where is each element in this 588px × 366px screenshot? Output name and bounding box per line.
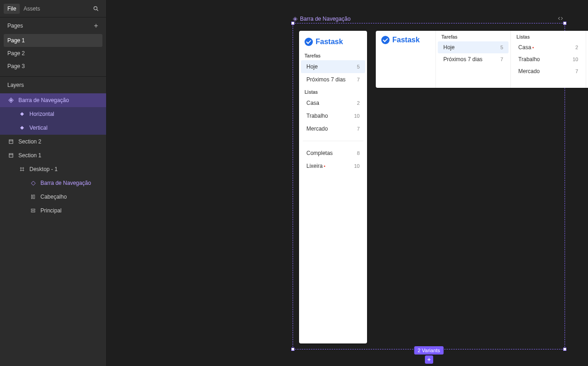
svg-rect-6 [20,112,24,116]
col-listas: Listas Casa 2 Trabalho 10 Mercado 7 [510,31,585,88]
nav-item-count: 5 [357,64,360,69]
component-set-icon [293,17,298,22]
resize-handle-tl[interactable] [291,22,294,25]
layer-component-set[interactable]: Barra de Navegação [0,93,106,107]
group-icon [29,207,37,214]
badge-dot-icon [532,47,534,48]
brand-name: Fastask [392,36,420,44]
nav-item-count: 5 [500,45,503,50]
nav-item-label: Completas [306,150,333,156]
add-page-icon[interactable] [91,21,101,30]
nav-item-count: 10 [354,113,360,119]
nav-item-trabalho[interactable]: Trabalho 10 [301,109,365,122]
pages-list: Page 1 Page 2 Page 3 [0,34,106,77]
page-row[interactable]: Page 3 [4,60,102,73]
layer-main[interactable]: Principal [0,204,106,217]
resize-handle-tr[interactable] [563,22,566,25]
layer-label: Section 1 [18,152,41,159]
nav-item-label: Próximos 7 dias [443,56,482,63]
dev-mode-icon[interactable] [557,16,564,21]
nav-item-trabalho[interactable]: Trabalho 10 [513,53,583,65]
variant-horizontal-frame[interactable]: Fastask Tarefas Hoje 5 Próximos 7 dias 7… [376,31,588,88]
brand-check-icon [381,36,390,44]
group-title-listas: Listas [299,86,367,97]
nav-item-count: 7 [357,126,360,132]
page-row[interactable]: Page 2 [4,47,102,60]
layers-panel: Layers Barra de Navegação Horizontal Ver… [0,77,106,366]
layer-instance-nav[interactable]: Barra de Navegação [0,176,106,190]
variants-count-pill[interactable]: 2 Variants [414,346,444,355]
nav-item-mercado[interactable]: Mercado 7 [513,65,583,77]
brand-check-icon [305,38,313,46]
nav-item-label: Hoje [443,44,455,51]
svg-rect-18 [34,195,35,199]
section-icon [7,138,15,145]
pages-label: Pages [7,23,23,29]
variant-icon [18,124,26,132]
page-row[interactable]: Page 1 [4,34,102,47]
layer-label: Barra de Navegação [40,180,91,186]
svg-rect-19 [31,209,35,211]
nav-item-label: Mercado [518,68,540,74]
brand-name: Fastask [316,38,343,46]
svg-rect-10 [9,154,13,157]
layer-label: Principal [40,207,62,214]
layer-variant-horizontal[interactable]: Horizontal [0,107,106,121]
divider [303,141,363,141]
left-panel: File Assets Pages Page 1 Page 2 Page 3 L… [0,0,107,366]
brand: Fastask [376,34,435,48]
svg-rect-20 [31,211,35,212]
nav-item-label: Lixeira [306,163,325,169]
tab-file[interactable]: File [4,4,20,14]
layers-header: Layers [0,77,106,93]
nav-item-prox7[interactable]: Próximos 7 dias 7 [438,53,509,65]
nav-item-casa[interactable]: Casa 2 [301,97,365,109]
nav-item-completas[interactable]: Completas 8 [301,147,365,160]
nav-item-count: 2 [576,45,578,50]
add-variant-button[interactable] [425,355,433,364]
col-tarefas: Tarefas Hoje 5 Próximos 7 dias 7 [435,31,510,88]
selection-frame[interactable]: Fastask Tarefas Hoje 5 Próximos 7 dias 7… [293,23,565,349]
panel-tabs: File Assets [0,0,106,17]
layer-section-2[interactable]: Section 2 [0,135,106,149]
search-icon[interactable] [90,2,102,15]
svg-rect-22 [294,18,296,20]
svg-rect-5 [10,99,12,101]
variant-icon [18,110,26,118]
brand: Fastask [299,35,367,50]
layer-label: Section 2 [18,138,41,145]
nav-item-prox7[interactable]: Próximos 7 dias 7 [301,73,365,86]
nav-item-count: 7 [576,69,578,74]
layer-section-1[interactable]: Section 1 [0,149,106,162]
nav-item-hoje[interactable]: Hoje 5 [438,41,509,53]
nav-item-count: 8 [357,150,360,156]
nav-item-label: Hoje [306,63,318,70]
nav-item-lixeira[interactable]: Lixeira 10 [301,160,365,172]
col-extras: Completas 8 Lixeira 10 [586,31,588,88]
layers-label: Layers [7,82,24,88]
pages-header: Pages [0,17,106,34]
group-icon [29,193,37,200]
tab-assets[interactable]: Assets [20,4,44,14]
nav-item-mercado[interactable]: Mercado 7 [301,122,365,135]
nav-item-count: 10 [572,57,578,62]
layer-header[interactable]: Cabeçalho [0,190,106,204]
layer-frame-desktop[interactable]: Desktop - 1 [0,162,106,176]
nav-item-label: Mercado [306,126,328,132]
nav-item-label: Casa [518,44,534,51]
nav-item-casa[interactable]: Casa 2 [513,41,583,53]
layer-label: Cabeçalho [40,194,67,200]
selection-title[interactable]: Barra de Navegação [293,16,351,22]
resize-handle-bl[interactable] [291,348,294,351]
component-set-icon [7,97,15,104]
layer-variant-vertical[interactable]: Vertical [0,121,106,135]
frame-icon [18,166,26,173]
variant-vertical-frame[interactable]: Fastask Tarefas Hoje 5 Próximos 7 dias 7… [299,31,367,343]
nav-item-hoje[interactable]: Hoje 5 [301,60,365,73]
nav-item-count: 2 [357,100,360,106]
brand-col: Fastask [376,31,435,88]
svg-rect-8 [9,140,13,143]
layer-label: Barra de Navegação [18,97,69,103]
canvas[interactable]: Barra de Navegação Fastask Tarefas Hoje … [107,0,588,366]
resize-handle-br[interactable] [563,348,566,351]
